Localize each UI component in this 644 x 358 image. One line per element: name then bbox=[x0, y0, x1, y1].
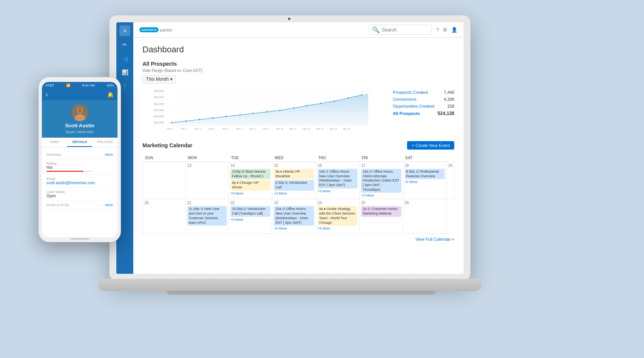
laptop-screen: ≡ ✏ 👥 📊 ⋮ salesforce pardot bbox=[116, 22, 464, 274]
sf-app: ≡ ✏ 👥 📊 ⋮ salesforce pardot bbox=[116, 22, 464, 274]
sidebar-chart-icon[interactable]: 📊 bbox=[119, 67, 130, 78]
cal-more-link[interactable]: +2 More bbox=[318, 189, 358, 193]
field-label-email: Email bbox=[46, 177, 95, 181]
stat-value-conversions: 4,336 bbox=[444, 97, 454, 102]
phone-device: AT&T 📶 9:41 AM 42% ‹ 🔔 bbox=[38, 77, 121, 242]
svg-text:Mar 10: Mar 10 bbox=[276, 128, 283, 130]
sidebar-menu-icon[interactable]: ≡ bbox=[119, 25, 130, 36]
sidebar-more-icon[interactable]: ⋮ bbox=[119, 81, 130, 92]
cal-event[interactable]: 3:00p ⊡ Beta Interest Follow Up - Round … bbox=[230, 169, 270, 179]
laptop-camera bbox=[288, 18, 290, 20]
tab-feed[interactable]: FEED bbox=[42, 138, 67, 147]
svg-point-15 bbox=[199, 119, 200, 121]
field-label-score-fit: Score & Fit (5) bbox=[46, 203, 69, 207]
calendar-header: Marketing Calendar + Create New Event bbox=[142, 141, 454, 150]
cal-more-link[interactable]: +5 More bbox=[274, 226, 314, 230]
laptop-foot bbox=[167, 291, 436, 295]
cal-event[interactable]: 9:30a ⊙ Professional Features Overview bbox=[405, 169, 445, 179]
laptop-bezel: ≡ ✏ 👥 📊 ⋮ salesforce pardot bbox=[109, 15, 470, 281]
cal-more-link[interactable]: +5 More bbox=[318, 226, 358, 230]
cal-header-wed: WED bbox=[272, 154, 316, 162]
cal-more-link[interactable]: +4 More bbox=[274, 191, 314, 195]
svg-text:Mar 2: Mar 2 bbox=[167, 128, 173, 130]
view-full-calendar-link[interactable]: View Full Calendar » bbox=[142, 237, 454, 241]
field-value-email[interactable]: scott.austin@homemax.com bbox=[46, 181, 95, 185]
user-icon[interactable]: 👤 bbox=[451, 27, 457, 33]
search-input[interactable] bbox=[382, 27, 428, 33]
tab-related[interactable]: RELATED bbox=[92, 138, 118, 147]
svg-marker-12 bbox=[172, 93, 368, 126]
svg-text:Mar 9: Mar 9 bbox=[263, 128, 269, 130]
cal-more-link[interactable]: +4 More bbox=[230, 218, 270, 221]
cal-more-link[interactable]: +2 More bbox=[405, 180, 445, 184]
svg-point-26 bbox=[348, 97, 349, 99]
more-score-link[interactable]: More bbox=[105, 203, 113, 207]
cal-more-link[interactable]: +2 More bbox=[361, 193, 401, 197]
cal-event[interactable]: 10a ⊙ Office Hours: New User Overview (W… bbox=[318, 169, 358, 188]
phone-carrier: AT&T bbox=[46, 83, 54, 87]
month-selector[interactable]: This Month ▾ bbox=[142, 75, 176, 83]
cal-cell: 22 10:30a ⊙ Introduction Call (Tuesday's… bbox=[229, 199, 272, 234]
phone-battery: 42% bbox=[107, 83, 114, 87]
svg-point-16 bbox=[212, 117, 214, 119]
cal-more-link[interactable]: +9 More bbox=[230, 191, 270, 195]
cal-event[interactable]: 9a ♦ Atlanta VIP Breakfast bbox=[274, 169, 314, 179]
sidebar-edit-icon[interactable]: ✏ bbox=[119, 39, 130, 50]
field-rating: Rating Hot bbox=[46, 159, 113, 175]
search-box[interactable]: 🔍 bbox=[369, 25, 432, 35]
chart-area: $26,000 $24,000 $22,000 $20,000 $18,000 … bbox=[142, 87, 454, 133]
cal-cell: 23 10a ⊙ Office Hours: New User Overview… bbox=[272, 199, 316, 234]
cal-event[interactable]: 10:30a ⊙ Introduction Call (Tuesday's ca… bbox=[230, 206, 270, 216]
sidebar-contacts-icon[interactable]: 👥 bbox=[119, 53, 130, 64]
salesforce-logo: salesforce bbox=[139, 27, 159, 32]
help-icon[interactable]: ? bbox=[436, 27, 439, 33]
svg-text:Mar 14: Mar 14 bbox=[330, 128, 337, 130]
phone-navbar: ‹ 🔔 bbox=[42, 89, 118, 100]
table-row: 20 21 11:30p ⊙ New User and Intro to you… bbox=[143, 199, 454, 234]
stat-opportunities: Opportunities Created 158 bbox=[393, 103, 454, 110]
notification-bell-icon[interactable]: 🔔 bbox=[107, 92, 114, 98]
cal-event[interactable]: 11:30p ⊙ New User and Intro to your Cust… bbox=[187, 206, 227, 226]
svg-text:Mar 4: Mar 4 bbox=[195, 128, 201, 130]
svg-point-13 bbox=[171, 122, 173, 124]
svg-point-17 bbox=[225, 116, 227, 118]
cal-event[interactable]: 9a ♦ Onsite Strategy with the Client Ser… bbox=[318, 206, 358, 226]
cal-cell: 13 bbox=[185, 162, 229, 199]
back-button[interactable]: ‹ bbox=[46, 91, 48, 98]
settings-icon[interactable]: ⚙ bbox=[443, 27, 447, 33]
cal-cell: 21 11:30p ⊙ New User and Intro to your C… bbox=[185, 199, 229, 234]
stat-value-all-prospects: 524,128 bbox=[438, 111, 454, 116]
field-value-lead-status: Open bbox=[46, 194, 65, 198]
phone-screen: AT&T 📶 9:41 AM 42% ‹ 🔔 bbox=[42, 82, 118, 237]
cal-cell: 14 3:00p ⊡ Beta Interest Follow Up - Rou… bbox=[229, 162, 272, 199]
cal-event[interactable]: 10a ⊙ Office Hours: New User Overview (W… bbox=[274, 206, 314, 226]
cal-cell: 18 9:30a ⊙ Professional Features Overvie… bbox=[403, 162, 446, 199]
sf-topbar: salesforce pardot 🔍 ? ⚙ 👤 bbox=[133, 22, 464, 38]
tab-details[interactable]: DETAILS bbox=[67, 138, 93, 147]
svg-point-18 bbox=[239, 114, 241, 116]
stat-label-all-prospects: All Prospects bbox=[393, 111, 420, 116]
svg-text:$26,000: $26,000 bbox=[154, 90, 164, 92]
cal-cell: 25 1p ⊙ Customer-centric Marketing Webin… bbox=[359, 199, 403, 234]
sf-logo: salesforce pardot bbox=[139, 27, 172, 32]
svg-text:$24,000: $24,000 bbox=[154, 96, 164, 98]
svg-point-20 bbox=[266, 111, 268, 113]
svg-text:Mar 8: Mar 8 bbox=[249, 128, 255, 130]
cal-event[interactable]: 8p ♦ Chicago VIP Dinner bbox=[230, 180, 270, 190]
svg-text:Mar 13: Mar 13 bbox=[316, 128, 324, 130]
cal-cell: 20 bbox=[143, 199, 186, 234]
phone-wifi-icon: 📶 bbox=[66, 83, 70, 87]
phone-body: Summary More Rating Hot Email sc bbox=[42, 147, 118, 237]
more-summary-link[interactable]: More bbox=[105, 153, 113, 157]
stat-prospects-created: Prospects Created 7,440 bbox=[393, 89, 454, 96]
phone-home-indicator[interactable] bbox=[70, 238, 89, 240]
cal-event[interactable]: 10a ⊙ Office Hours: Client Advocate Intr… bbox=[361, 169, 401, 193]
cal-event[interactable]: 1p ⊙ Customer-centric Marketing Webinar bbox=[361, 206, 401, 216]
svg-text:$20,000: $20,000 bbox=[154, 109, 164, 112]
rating-bar bbox=[46, 171, 93, 172]
cal-cell: 26 bbox=[403, 199, 446, 234]
create-event-button[interactable]: + Create New Event bbox=[407, 141, 454, 150]
field-lead-status: Lead Status Open bbox=[46, 188, 113, 201]
cal-event[interactable]: 2:30p ⊙ Introduction Call bbox=[274, 180, 314, 190]
calendar-title: Marketing Calendar bbox=[142, 142, 192, 148]
